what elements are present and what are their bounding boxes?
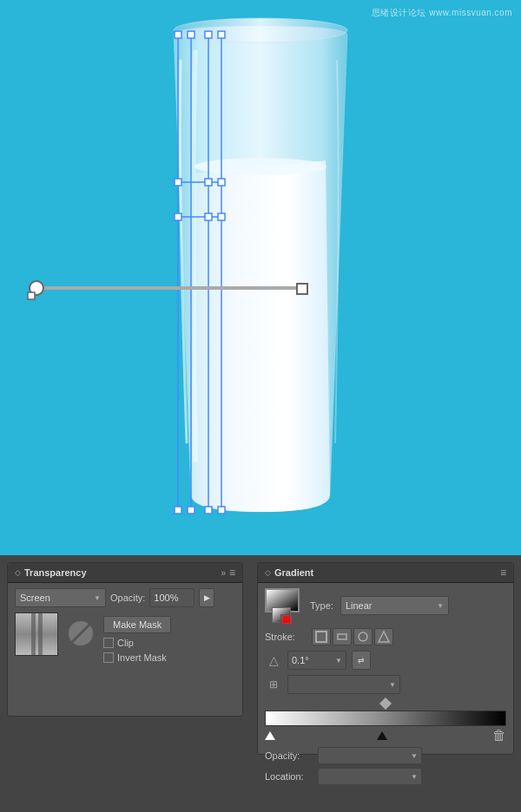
opacity-row: Opacity: ▼ xyxy=(265,747,506,764)
svg-rect-7 xyxy=(205,179,212,186)
watermark: 思绪设计论坛 www.missvuan.com xyxy=(372,7,512,19)
aspect-group: ⇄ xyxy=(352,651,371,670)
svg-rect-5 xyxy=(218,31,225,38)
bottom-stop-row: 🗑 xyxy=(265,728,506,743)
transparency-panel-header: ◇ Transparency » ≡ xyxy=(8,563,242,583)
gradient-panel-title: Gradient xyxy=(274,567,313,578)
gradient-type-dropdown[interactable]: Linear ▼ xyxy=(340,596,449,615)
svg-rect-18 xyxy=(297,284,307,294)
svg-rect-13 xyxy=(188,507,195,514)
gradient-location-arrow: ▼ xyxy=(411,773,418,781)
angle-icon: △ xyxy=(265,653,282,667)
aspect-row: ⊞ ▼ xyxy=(258,673,513,697)
svg-rect-8 xyxy=(218,179,225,186)
gradient-location-input[interactable]: ▼ xyxy=(318,768,422,785)
stroke-row: Stroke: xyxy=(258,626,513,649)
svg-rect-22 xyxy=(316,632,326,642)
delete-stop-icon[interactable]: 🗑 xyxy=(492,728,506,743)
svg-rect-2 xyxy=(175,31,181,38)
blend-opacity-row: Screen ▼ Opacity: 100% ▶ xyxy=(8,583,242,611)
opacity-location-section: Opacity: ▼ Location: ▼ xyxy=(258,745,513,787)
gradient-swatches xyxy=(265,588,300,623)
gradient-stop-left[interactable] xyxy=(265,731,275,740)
gradient-bar-section: 🗑 xyxy=(258,697,513,745)
gradient-panel-controls: ≡ xyxy=(500,566,506,579)
blend-dropdown-arrow: ▼ xyxy=(94,594,101,602)
aspect-dropdown-arrow: ▼ xyxy=(389,681,396,689)
location-row: Location: ▼ xyxy=(265,768,506,785)
svg-rect-10 xyxy=(205,213,212,220)
angle-value: 0.1° xyxy=(292,655,309,665)
svg-marker-25 xyxy=(379,632,389,642)
gradient-swatch-secondary[interactable] xyxy=(272,607,291,623)
gradient-menu-icon[interactable]: ≡ xyxy=(500,566,506,579)
gradient-midpoint-stop[interactable] xyxy=(379,697,392,710)
no-mask-icon xyxy=(65,618,96,649)
transparency-panel: ◇ Transparency » ≡ Screen ▼ Opacity: 100… xyxy=(7,562,243,717)
gradient-opacity-label: Opacity: xyxy=(265,750,313,761)
opacity-value: 100% xyxy=(154,593,178,603)
clip-checkbox[interactable] xyxy=(103,638,114,648)
blend-mode-value: Screen xyxy=(20,593,50,603)
canvas-area: 思绪设计论坛 www.missvuan.com xyxy=(0,0,521,555)
svg-point-24 xyxy=(359,632,367,641)
blend-mode-dropdown[interactable]: Screen ▼ xyxy=(15,588,106,607)
opacity-input[interactable]: 100% xyxy=(149,588,195,607)
gradient-diamond-icon: ◇ xyxy=(265,568,271,577)
stroke-icon-group xyxy=(312,628,393,645)
gradient-type-row: Type: Linear ▼ xyxy=(258,583,513,626)
stroke-btn-1[interactable] xyxy=(312,628,331,645)
opacity-label: Opacity: xyxy=(110,593,145,603)
reverse-gradient-btn[interactable]: ⇄ xyxy=(352,651,371,670)
gradient-location-label: Location: xyxy=(265,771,313,782)
gradient-type-arrow: ▼ xyxy=(437,602,444,610)
invert-mask-checkbox[interactable] xyxy=(103,652,114,663)
transparency-panel-title: Transparency xyxy=(24,567,87,578)
gradient-bar[interactable] xyxy=(265,710,506,726)
transparency-menu-icon[interactable]: ≡ xyxy=(229,566,235,579)
make-mask-button[interactable]: Make Mask xyxy=(103,616,171,633)
gradient-title-group: ◇ Gradient xyxy=(265,567,313,578)
thumbnail-row: Make Mask Clip Invert Mask xyxy=(8,611,242,665)
transparency-title-group: ◇ Transparency xyxy=(15,567,87,578)
clip-row: Clip xyxy=(103,638,171,648)
stroke-btn-3[interactable] xyxy=(353,628,373,645)
svg-rect-6 xyxy=(175,179,181,186)
invert-mask-row: Invert Mask xyxy=(103,652,171,663)
invert-mask-label: Invert Mask xyxy=(117,652,167,663)
angle-dropdown-arrow: ▼ xyxy=(335,657,342,665)
transparency-thumbnail xyxy=(15,612,58,656)
aspect-icon: ⊞ xyxy=(265,678,282,691)
gradient-stop-right[interactable] xyxy=(377,731,387,740)
svg-rect-14 xyxy=(205,507,212,514)
top-stop-row xyxy=(265,699,506,708)
svg-rect-23 xyxy=(338,634,346,639)
transparency-diamond-icon: ◇ xyxy=(15,568,21,577)
transparency-expand-icon[interactable]: » xyxy=(221,568,226,578)
stroke-btn-2[interactable] xyxy=(333,628,352,645)
gradient-type-label: Type: xyxy=(310,600,333,611)
stroke-label: Stroke: xyxy=(265,632,307,642)
angle-input[interactable]: 0.1° ▼ xyxy=(287,651,346,670)
svg-rect-3 xyxy=(188,31,195,38)
svg-rect-11 xyxy=(218,213,225,220)
gradient-slider[interactable] xyxy=(26,276,321,302)
svg-rect-19 xyxy=(28,292,35,299)
svg-rect-4 xyxy=(205,31,212,38)
clip-label: Clip xyxy=(117,638,134,648)
svg-rect-15 xyxy=(218,507,225,514)
gradient-type-value: Linear xyxy=(346,600,373,611)
gradient-opacity-input[interactable]: ▼ xyxy=(318,747,422,764)
aspect-input[interactable]: ▼ xyxy=(287,675,400,694)
mask-controls: Make Mask Clip Invert Mask xyxy=(103,616,171,663)
svg-rect-12 xyxy=(175,507,181,514)
gradient-panel: ◇ Gradient ≡ Type: Linear ▼ Stroke: xyxy=(257,562,514,755)
transparency-panel-controls: » ≡ xyxy=(221,566,235,579)
svg-rect-9 xyxy=(175,213,181,220)
angle-row: △ 0.1° ▼ ⇄ xyxy=(258,649,513,673)
svg-rect-16 xyxy=(36,286,306,290)
gradient-panel-header: ◇ Gradient ≡ xyxy=(258,563,513,583)
opacity-arrow-btn[interactable]: ▶ xyxy=(199,588,214,607)
stroke-btn-4[interactable] xyxy=(374,628,393,645)
gradient-opacity-arrow: ▼ xyxy=(411,752,418,760)
